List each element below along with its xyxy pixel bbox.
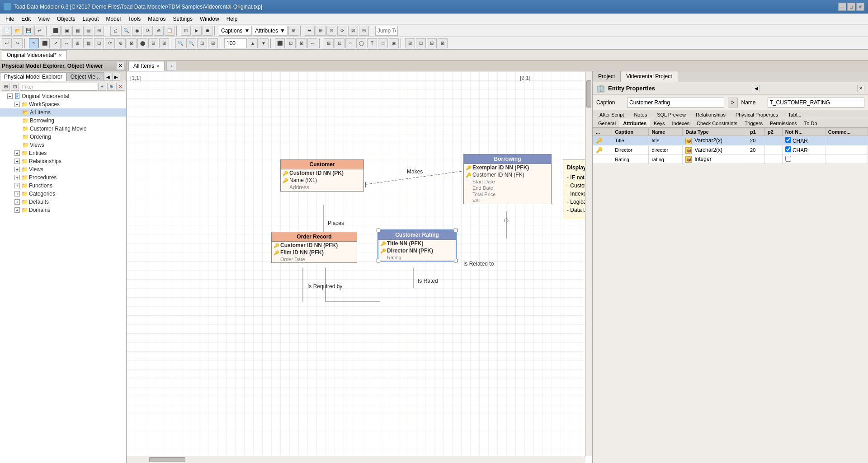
subtab-permissions[interactable]: Permissions (766, 119, 801, 127)
col-p2[interactable]: p2 (764, 128, 782, 136)
tb2-3[interactable]: ↔ (61, 38, 71, 48)
menu-tools[interactable]: Tools (124, 15, 144, 23)
open-button[interactable]: 📂 (13, 26, 23, 36)
tb2-4[interactable]: ⊞ (72, 38, 82, 48)
col-name[interactable]: Name (649, 128, 683, 136)
tb-btn-10[interactable]: ⊕ (154, 26, 164, 36)
tb-btn-11[interactable]: 📋 (165, 26, 175, 36)
tree-views-ws[interactable]: 📁 Views (0, 141, 126, 149)
subtab-general[interactable]: General (594, 119, 619, 127)
resize-handle-br[interactable] (454, 259, 458, 262)
tab-physical-props[interactable]: Physical Properties (731, 110, 783, 119)
tb-btn-3[interactable]: ▦ (72, 26, 82, 36)
col-datatype[interactable]: Data Type (683, 128, 747, 136)
zoom-down[interactable]: ▼ (259, 38, 269, 48)
scrollbar-thumb-v[interactable] (586, 80, 591, 108)
minimize-button[interactable]: ─ (838, 3, 846, 11)
zoom-input[interactable] (224, 38, 247, 48)
tb2-14[interactable]: 🔍 (186, 38, 196, 48)
tb-btn-5[interactable]: ⊞ (94, 26, 104, 36)
tb-btn-12[interactable]: ⊡ (181, 26, 191, 36)
add-child-button[interactable]: ⊕ (107, 83, 115, 91)
tb-btn-17[interactable]: ⊞ (316, 26, 326, 36)
redo-button[interactable]: ↪ (13, 38, 23, 48)
tb2-11[interactable]: ⊟ (148, 38, 158, 48)
menu-edit[interactable]: Edit (18, 15, 34, 23)
borrowing-entity[interactable]: Borrowing 🔑 Exemplar ID NN (PFK) 🔑 Custo… (463, 154, 552, 204)
tree-relationships[interactable]: + 📁 Relationships (0, 157, 126, 165)
menu-objects[interactable]: Objects (53, 15, 79, 23)
tab-relationships[interactable]: Relationships (691, 110, 731, 119)
attr-row-rating[interactable]: Rating rating 📦 Integer (593, 155, 868, 164)
canvas-scrollbar-horizontal[interactable] (127, 456, 585, 463)
subtab-check[interactable]: Check Constraints (693, 119, 741, 127)
tree-domains[interactable]: + 📁 Domains (0, 206, 126, 214)
tb2-22[interactable]: ⊡ (335, 38, 344, 48)
tree-icon-1[interactable]: ⊞ (2, 83, 10, 91)
tb-btn-2[interactable]: ▣ (61, 26, 71, 36)
tab-physical-model[interactable]: Physical Model Explorer (0, 72, 66, 81)
tree-categories[interactable]: + 📁 Categories (0, 190, 126, 198)
tree-expand-dom[interactable]: + (14, 207, 20, 213)
captions-dropdown[interactable]: Captions ▼ (219, 26, 252, 36)
caption-input[interactable] (627, 98, 724, 108)
subtab-keys[interactable]: Keys (650, 119, 668, 127)
subtab-attributes[interactable]: Attributes (619, 119, 650, 127)
menu-macros[interactable]: Macros (144, 15, 169, 23)
all-items-tab-close[interactable]: ✕ (156, 64, 160, 69)
tree-all-items[interactable]: 📂 All Items (0, 108, 126, 117)
zoom-up[interactable]: ▲ (248, 38, 258, 48)
order-record-entity[interactable]: Order Record 🔑 Customer ID NN (PFK) 🔑 Fi… (271, 232, 357, 263)
menu-help[interactable]: Help (223, 15, 241, 23)
tree-expand-func[interactable]: + (14, 183, 20, 188)
tb2-12[interactable]: ⊞ (159, 38, 169, 48)
attr-nn-check-rating[interactable] (785, 156, 791, 162)
close-button[interactable]: ✕ (856, 3, 864, 11)
tree-workspaces[interactable]: − 📁 WorkSpaces (0, 100, 126, 108)
tree-icon-2[interactable]: ⊡ (11, 83, 19, 91)
all-items-tab[interactable]: All Items ✕ (128, 61, 165, 71)
tree-root[interactable]: − 🗄 Original Videorental (0, 92, 126, 100)
tb2-21[interactable]: ⊞ (324, 38, 334, 48)
select-button[interactable]: ↖ (29, 38, 39, 48)
customer-rating-entity[interactable]: Customer Rating 🔑 Title NN (PFK) 🔑 Direc… (377, 229, 457, 262)
nav-prev[interactable]: ◀ (104, 73, 112, 81)
tb2-6[interactable]: ⊡ (94, 38, 104, 48)
tb2-7[interactable]: ⟳ (105, 38, 115, 48)
tab-object-viewer[interactable]: Object Vie... (66, 72, 104, 81)
caption-arrow-btn[interactable]: > (728, 98, 738, 108)
tb-btn-15[interactable]: ⊞ (288, 26, 298, 36)
text-button[interactable]: T (367, 38, 377, 48)
resize-handle-tr[interactable] (454, 229, 458, 232)
tb-btn-21[interactable]: ⊟ (359, 26, 369, 36)
menu-layout[interactable]: Layout (79, 15, 103, 23)
tb2-25[interactable]: ▭ (378, 38, 388, 48)
tb2-26[interactable]: ◉ (389, 38, 399, 48)
scrollbar-thumb-h[interactable] (149, 457, 185, 462)
tb2-9[interactable]: ⊠ (127, 38, 137, 48)
tree-expand-proc[interactable]: + (14, 175, 20, 180)
new-button[interactable]: 📄 (2, 26, 12, 36)
resize-handle-tl[interactable] (377, 229, 380, 232)
tb-btn-20[interactable]: ⊠ (348, 26, 358, 36)
tree-functions[interactable]: + 📁 Functions (0, 182, 126, 190)
main-tab-close[interactable]: ✕ (58, 53, 62, 58)
name-input[interactable] (768, 98, 865, 108)
left-panel-close[interactable]: ✕ (116, 62, 124, 70)
tree-expand-rel[interactable]: + (14, 159, 20, 164)
tb-btn-7[interactable]: 🔍 (121, 26, 131, 36)
tree-expand-def[interactable]: + (14, 199, 20, 205)
jump-to-input[interactable] (375, 26, 398, 36)
col-caption[interactable]: Caption (612, 128, 649, 136)
tb-btn-9[interactable]: ⟳ (143, 26, 153, 36)
tb-btn-14[interactable]: ⏺ (203, 26, 212, 36)
canvas-scrollbar-vertical[interactable] (585, 71, 592, 456)
tb2-29[interactable]: ⊟ (427, 38, 437, 48)
tree-ordering[interactable]: 📁 Ordering (0, 133, 126, 141)
add-item-button[interactable]: + (98, 83, 106, 91)
tab-notes[interactable]: Notes (629, 110, 652, 119)
tb2-19[interactable]: ⊠ (297, 38, 307, 48)
subtab-todo[interactable]: To Do (801, 119, 821, 127)
menu-window[interactable]: Window (196, 15, 223, 23)
attr-row-director[interactable]: 🔑 Director director 📦 Varchar2(x) 20 (593, 145, 868, 155)
